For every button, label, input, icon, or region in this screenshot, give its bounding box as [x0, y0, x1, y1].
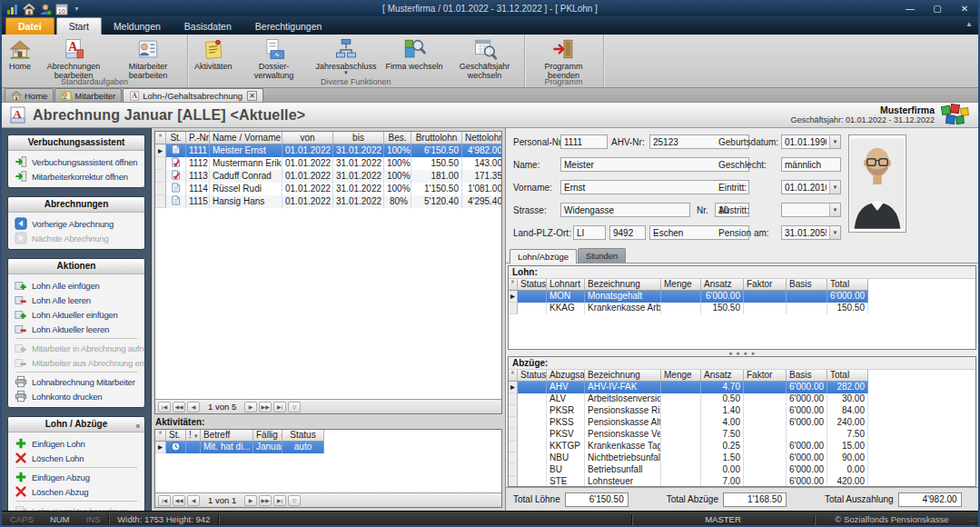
table-row[interactable]: STELohnsteuer7.006'000.00420.00 — [509, 476, 975, 486]
ribbon-tab-datei[interactable]: Datei — [5, 17, 54, 35]
mitarbeiter-bearbeiten-button[interactable]: Mitarbeiter bearbeiten — [111, 36, 185, 77]
sidebar-panel-header[interactable]: Abrechnungen — [8, 197, 144, 213]
column-header[interactable]: St. — [166, 430, 186, 442]
table-row[interactable]: BUBetriebsunfall0.006'000.000.00 — [509, 464, 975, 476]
grid-header-row[interactable]: *St.P.-NrName / VornamevonbisBes.Bruttol… — [155, 132, 501, 144]
nav-next-page-button[interactable]: ▶▶ — [259, 402, 272, 413]
chevron-down-icon[interactable]: ▼ — [829, 181, 840, 194]
column-header[interactable]: Basis — [787, 370, 827, 382]
column-header[interactable]: Ansatz — [701, 279, 744, 291]
filter-icon[interactable]: ▼ — [193, 433, 199, 439]
grid-header-row[interactable]: *StatusAbzugsartBezeichnungMengeAnsatzFa… — [509, 370, 975, 382]
column-header[interactable]: Nettolohn — [462, 132, 501, 144]
pension-input[interactable] — [782, 226, 829, 239]
austritt-field[interactable]: ▼ — [781, 203, 841, 217]
doc-tab-home[interactable]: Home — [5, 88, 54, 102]
sidebar-item[interactable]: Lohn Aktueller leeren — [8, 322, 144, 336]
geschlecht-field[interactable] — [781, 157, 841, 172]
column-header[interactable]: Faktor — [744, 370, 787, 382]
austritt-input[interactable] — [782, 204, 829, 216]
geburtsdatum-input[interactable] — [782, 135, 829, 148]
sidebar-item[interactable]: Einfügen Lohn — [8, 436, 144, 451]
personalnr-field[interactable] — [560, 134, 608, 149]
column-header[interactable]: P.-Nr — [186, 132, 210, 144]
strasse-field[interactable] — [560, 203, 690, 217]
table-row[interactable]: PKSSPensionskasse Alte...4.006'000.00240… — [509, 417, 975, 429]
nav-last-button[interactable]: ▶| — [273, 495, 286, 506]
chevron-down-icon[interactable]: ▼ — [829, 135, 840, 148]
minimize-button[interactable]: — — [896, 0, 924, 16]
close-button[interactable]: ✕ — [951, 0, 978, 16]
nav-prev-page-button[interactable]: ◀◀ — [173, 402, 185, 413]
sidebar-item[interactable]: Lohn Aktueller einfügen — [8, 307, 144, 322]
table-row[interactable]: ▸Mit. hat di...Januarauto — [155, 442, 501, 453]
sidebar-item[interactable]: Lohnabrechnung Mitarbeiter — [8, 374, 144, 389]
sidebar-item[interactable]: Verbuchungsassistent öffnen — [8, 154, 144, 169]
geschaeftsjahr-wechseln-button[interactable]: Geschäftsjahr wechseln — [448, 36, 522, 77]
grid-header-row[interactable]: *StatusLohnartBezeichnungMengeAnsatzFakt… — [509, 279, 975, 291]
table-row[interactable]: ▸AHVAHV-IV-FAK4.706'000.00282.00 — [509, 382, 975, 393]
column-header[interactable]: Betreff — [201, 430, 253, 442]
nav-prev-button[interactable]: ◀ — [187, 495, 200, 506]
calendar-icon[interactable]: 10 — [55, 3, 68, 15]
home-button[interactable]: Home — [4, 36, 36, 77]
sidebar-item[interactable]: Vorherige Abrechnung — [8, 216, 144, 231]
sidebar-item[interactable]: Einfügen Abzug — [8, 470, 144, 484]
dossierverwaltung-button[interactable]: Dossier-verwaltung — [237, 36, 312, 77]
column-header[interactable]: Basis — [787, 279, 827, 291]
column-header[interactable]: Lohnart — [547, 279, 585, 291]
sidebar-item[interactable]: Mitarbeiterkorrektur öffnen — [8, 169, 144, 184]
collapse-icon[interactable]: « — [130, 423, 144, 428]
chevron-down-icon[interactable]: ▼ — [74, 5, 80, 12]
table-row[interactable]: 1115Hansig Hans01.01.202231.01.202280%5'… — [155, 195, 501, 208]
jahresabschluss-button[interactable]: Jahresabschluss ▼ — [312, 36, 381, 77]
nav-first-button[interactable]: |◀ — [158, 495, 171, 506]
sidebar-item[interactable]: Lohn Alle einfügen — [8, 278, 144, 293]
home-icon[interactable] — [23, 3, 35, 15]
ribbon-tab-start[interactable]: Start — [56, 17, 102, 35]
column-header[interactable]: bis — [333, 132, 384, 144]
column-header[interactable]: Total — [827, 370, 868, 382]
doc-tab-lohnabrechnung[interactable]: A Lohn-/Gehaltsabrechnung ✕ — [123, 88, 263, 102]
ribbon-tab-basisdaten[interactable]: Basisdaten — [173, 18, 243, 35]
column-header[interactable]: Ansatz — [701, 370, 744, 382]
land-field[interactable] — [573, 225, 606, 240]
sidebar-panel-header[interactable]: Verbuchungsassistent — [8, 135, 144, 151]
abrechnungen-bearbeiten-button[interactable]: A Abrechnungen bearbeiten — [36, 36, 111, 77]
title-bar[interactable]: 10 ▼ [ Musterfirma / 01.01.2022 - 31.12.… — [2, 0, 978, 16]
employee-grid[interactable]: *St.P.-NrName / VornamevonbisBes.Bruttol… — [155, 132, 501, 399]
column-header[interactable]: Bezeichnung — [585, 370, 661, 382]
table-row[interactable]: 1113Caduff Conrad01.01.202231.01.2022100… — [155, 170, 501, 183]
activities-grid[interactable]: *St.!▼BetreffFällig▼Status▸Mit. hat di..… — [155, 430, 501, 492]
table-row[interactable]: 1114Rüssel Rudi01.01.202231.01.2022100%1… — [155, 183, 501, 195]
grid-header-row[interactable]: *St.!▼BetreffFällig▼Status — [155, 430, 501, 442]
sidebar-item[interactable]: Lohnkonto drucken — [8, 389, 144, 403]
sidebar-item[interactable]: Lohn Alle leeren — [8, 293, 144, 307]
column-header[interactable]: Abzugsart — [547, 370, 585, 382]
plz-field[interactable] — [609, 225, 646, 240]
nav-first-button[interactable]: |◀ — [158, 402, 171, 413]
doc-tab-mitarbeiter[interactable]: Mitarbeiter — [54, 88, 122, 102]
nav-filter-button[interactable]: ▽ — [288, 402, 301, 413]
lohn-grid[interactable]: *StatusLohnartBezeichnungMengeAnsatzFakt… — [509, 279, 975, 349]
column-header[interactable]: Bes. — [384, 132, 411, 144]
firma-wechseln-button[interactable]: Firma wechseln — [381, 36, 448, 77]
column-header[interactable]: Status — [518, 279, 547, 291]
stats-icon[interactable] — [6, 3, 19, 15]
table-row[interactable]: ▸1111Meister Ernst01.01.202231.01.202210… — [155, 144, 501, 157]
nav-next-button[interactable]: ▶ — [244, 495, 257, 506]
table-row[interactable]: PKSVPensionskasse Ver...7.507.50 — [509, 429, 975, 441]
column-header[interactable]: Faktor — [744, 279, 787, 291]
ribbon-tab-berechtigungen[interactable]: Berechtigungen — [243, 18, 334, 35]
table-row[interactable]: KKTGPKrankenkasse Tagg...0.256'000.0015.… — [509, 441, 975, 452]
column-header[interactable]: Total — [827, 279, 868, 291]
column-header[interactable]: Status — [282, 430, 324, 442]
column-header[interactable]: St. — [166, 132, 186, 144]
sidebar-panel-header[interactable]: Lohn / Abzüge« — [8, 417, 144, 433]
programm-beenden-button[interactable]: Programm beenden — [527, 36, 601, 77]
eintritt-field[interactable]: ▼ — [781, 180, 841, 194]
column-header[interactable]: Status — [518, 370, 547, 382]
abzuege-grid[interactable]: *StatusAbzugsartBezeichnungMengeAnsatzFa… — [509, 370, 975, 486]
chevron-down-icon[interactable]: ▼ — [829, 204, 840, 216]
nav-prev-page-button[interactable]: ◀◀ — [173, 495, 185, 506]
